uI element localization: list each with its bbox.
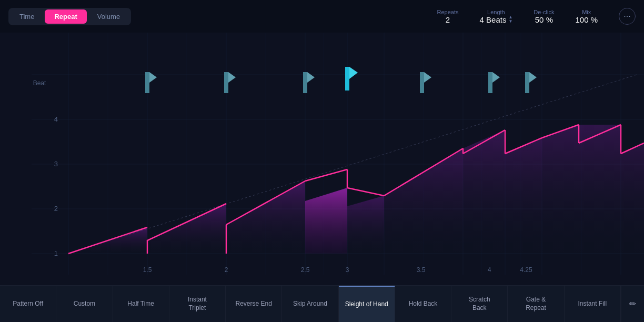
svg-rect-38 bbox=[303, 72, 307, 93]
svg-text:2.5: 2.5 bbox=[301, 266, 310, 274]
svg-rect-40 bbox=[345, 67, 349, 90]
svg-rect-34 bbox=[145, 72, 149, 93]
svg-text:4: 4 bbox=[54, 115, 58, 123]
tab-repeat[interactable]: Repeat bbox=[45, 9, 86, 24]
declick-param: De-click 50 % bbox=[534, 9, 554, 24]
svg-text:2: 2 bbox=[54, 205, 58, 213]
length-param: Length 4 Beats ▲▼ bbox=[480, 9, 513, 24]
svg-text:3: 3 bbox=[54, 160, 58, 168]
repeats-param: Repeats 2 bbox=[437, 9, 459, 24]
mix-value[interactable]: 100 % bbox=[575, 15, 598, 24]
svg-text:2: 2 bbox=[225, 266, 228, 274]
preset-btn-sleight-of-hand[interactable]: Sleight of Hand bbox=[339, 286, 395, 322]
svg-rect-44 bbox=[488, 72, 492, 93]
length-label: Length bbox=[487, 9, 505, 15]
svg-rect-46 bbox=[525, 72, 529, 93]
preset-btn-gate-repeat[interactable]: Gate &Repeat bbox=[508, 286, 564, 322]
length-arrows: ▲▼ bbox=[508, 15, 512, 24]
pencil-button[interactable]: ✏ bbox=[621, 286, 644, 322]
svg-text:4.25: 4.25 bbox=[520, 266, 532, 274]
mix-label: Mix bbox=[582, 9, 591, 15]
svg-rect-36 bbox=[224, 72, 228, 93]
preset-btn-hold-back[interactable]: Hold Back bbox=[395, 286, 451, 322]
more-button[interactable]: ··· bbox=[619, 8, 636, 25]
repeats-label: Repeats bbox=[437, 9, 459, 15]
svg-text:4: 4 bbox=[488, 266, 491, 274]
svg-text:3: 3 bbox=[346, 266, 349, 274]
length-value[interactable]: 4 Beats ▲▼ bbox=[480, 15, 513, 24]
chart-area: 1 2 3 4 Beat 1.5 2 2.5 3 3.5 4 4.25 bbox=[0, 33, 644, 285]
tab-time[interactable]: Time bbox=[10, 9, 44, 24]
svg-marker-31 bbox=[463, 130, 505, 254]
tab-volume[interactable]: Volume bbox=[88, 9, 129, 24]
mix-param: Mix 100 % bbox=[575, 9, 598, 24]
preset-btn-reverse-end[interactable]: Reverse End bbox=[226, 286, 282, 322]
svg-text:1: 1 bbox=[54, 249, 58, 257]
preset-btn-instant-triplet[interactable]: InstantTriplet bbox=[169, 286, 226, 322]
svg-text:3.5: 3.5 bbox=[417, 266, 426, 274]
preset-btn-custom[interactable]: Custom bbox=[56, 286, 113, 322]
preset-btn-skip-around[interactable]: Skip Around bbox=[282, 286, 338, 322]
bottom-bar: Pattern OffCustomHalf TimeInstantTriplet… bbox=[0, 285, 644, 322]
repeats-value[interactable]: 2 bbox=[446, 15, 450, 24]
preset-btn-instant-fill[interactable]: Instant Fill bbox=[565, 286, 621, 322]
header-params: Repeats 2 Length 4 Beats ▲▼ De-click 50 … bbox=[437, 8, 636, 25]
preset-btn-half-time[interactable]: Half Time bbox=[113, 286, 169, 322]
tab-group: Time Repeat Volume bbox=[8, 8, 131, 25]
declick-value[interactable]: 50 % bbox=[535, 15, 553, 24]
svg-text:1.5: 1.5 bbox=[143, 266, 152, 274]
svg-text:Beat: Beat bbox=[33, 79, 46, 87]
preset-btn-scratch-back[interactable]: ScratchBack bbox=[451, 286, 508, 322]
declick-label: De-click bbox=[534, 9, 554, 15]
preset-btn-pattern-off[interactable]: Pattern Off bbox=[0, 286, 56, 322]
header: Time Repeat Volume Repeats 2 Length 4 Be… bbox=[0, 0, 644, 33]
svg-rect-42 bbox=[420, 72, 424, 93]
svg-marker-32 bbox=[505, 138, 542, 254]
